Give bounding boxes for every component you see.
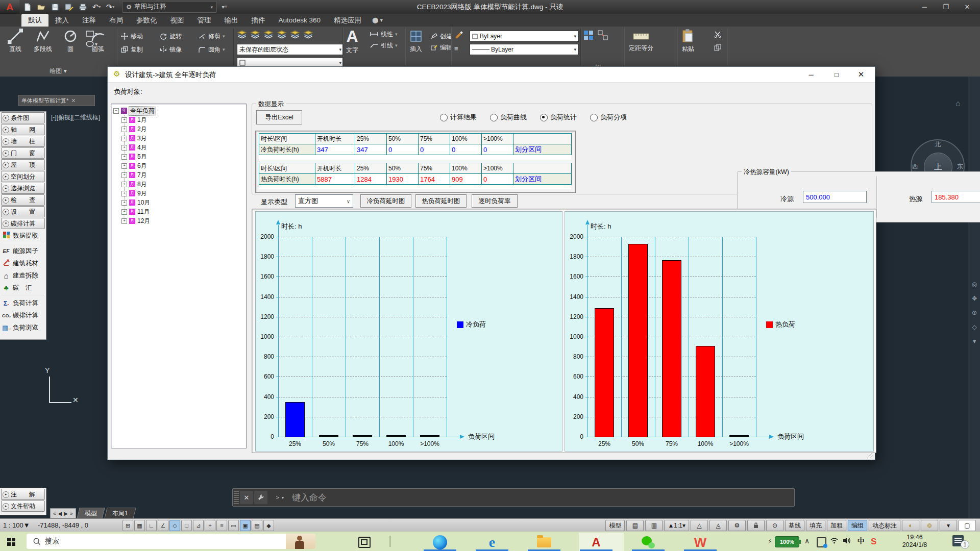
ribbon-tab-管理[interactable]: 管理 [191,14,218,27]
tablet-mode-icon[interactable] [817,537,826,547]
qat-customize-button[interactable]: ▾≡ [218,2,231,13]
sidebar-button-检查[interactable]: ▸检 查 [1,194,45,206]
ribbon-tab-插件[interactable]: 插件 [245,14,272,27]
navbar-tool-0[interactable]: ◎ [968,281,980,288]
ribbon-tab-精选应用[interactable]: 精选应用 [327,14,368,27]
expand-icon[interactable]: + [121,117,127,123]
export-excel-button[interactable]: 导出Excel [256,110,302,124]
tree-item-4月[interactable]: +月4月 [111,143,246,152]
speaker-icon[interactable] [842,537,851,546]
expand-icon[interactable]: + [121,136,127,141]
undo-button[interactable]: ↶▾ [90,2,103,13]
command-line[interactable]: ✕ ＞▾ 键入命令 [232,488,795,507]
folder-icon[interactable] [528,534,560,551]
ribbon-tab-插入[interactable]: 插入 [48,14,76,27]
layer-tool-icon[interactable] [303,30,313,42]
plot-button[interactable] [77,2,89,13]
linear-dimension-tool[interactable]: 线性▾ [370,29,398,40]
model-space-button[interactable]: 模型 [605,520,625,531]
tool-mirror[interactable]: 镜像 [159,43,198,56]
layer-tool-icon[interactable] [277,30,287,42]
status-button-动态标注[interactable]: 动态标注 [869,520,900,531]
status-button-填充[interactable]: 填充 [806,520,825,531]
button-逐时负荷率[interactable]: 逐时负荷率 [472,194,518,208]
ribbon-options-icon[interactable]: ⬤ ▾ [368,14,383,27]
ribbon-tab-注释[interactable]: 注释 [76,14,103,27]
command-input[interactable]: 键入命令 [292,492,327,504]
tree-item-3月[interactable]: +月3月 [111,134,246,143]
sidebar-item-sigma[interactable]: Σ▪负荷计算 [0,297,46,309]
sidebar-button-条件图[interactable]: ▸条件图 [1,112,45,123]
tree-item-2月[interactable]: +月2月 [111,124,246,134]
tool-copy[interactable]: 复制 [120,43,159,56]
divide-interval-link[interactable]: 划分区间 [513,144,572,155]
wifi-icon[interactable] [830,537,839,545]
rectangle-tool-icon[interactable]: ▾ [86,31,97,37]
expand-icon[interactable]: + [121,163,127,169]
expand-icon[interactable]: + [121,154,127,160]
sidebar-button-碳排计算[interactable]: ▾碳排计算 [1,218,45,229]
sidebar-item-house[interactable]: ⌂建造拆除 [0,269,46,282]
sogou-icon[interactable]: S [871,537,876,547]
status-toggle-5[interactable]: □ [181,520,192,531]
radio-负荷曲线[interactable]: 负荷曲线 [490,112,527,122]
layout-tab-nav[interactable]: «◀▶» [50,508,76,518]
viewport-controls[interactable]: [-][俯视][二维线框] [51,113,100,122]
tray-expand-icon[interactable]: ∧ [804,537,810,545]
radio-负荷统计[interactable]: 负荷统计 [540,112,577,122]
navbar-tool-3[interactable]: ◇ [968,323,980,331]
ribbon-tab-视图[interactable]: 视图 [164,14,191,27]
layout-split-icon[interactable]: ▥ [645,520,663,531]
command-prompt-icon[interactable]: ＞▾ [272,491,287,504]
layer-state-combo[interactable]: 未保存的图层状态▾ [237,44,344,55]
dialog-maximize-button[interactable]: □ [828,69,845,80]
group-tool-icon[interactable] [583,30,594,43]
sidebar-button-设置[interactable]: ▸设 置 [1,206,45,217]
tool-fillet[interactable]: 圆角▾ [198,43,235,56]
ribbon-tab-输出[interactable]: 输出 [218,14,245,27]
status-toggle-11[interactable]: ▤ [252,520,262,531]
status-button-基线[interactable]: 基线 [785,520,804,531]
status-toggle-6[interactable]: ⊿ [193,520,204,531]
sidebar-item-dataextract[interactable]: 数据提取 [0,230,46,242]
sidebar-item-ef[interactable]: EF能源因子 [0,245,46,257]
cut-tool-icon[interactable] [714,31,722,40]
dialog-close-button[interactable]: ✕ [852,69,870,80]
clean-screen-button[interactable]: ▢ [959,520,976,531]
tree-item-5月[interactable]: +月5月 [111,152,246,161]
tree-item-11月[interactable]: +月11月 [111,207,246,216]
status-toggle-12[interactable]: ◆ [263,520,274,531]
text-tool[interactable]: A 文字 [346,28,358,55]
input-method-indicator[interactable]: 中 [857,537,865,546]
tool-move[interactable]: 移动 [120,30,159,43]
expand-icon[interactable]: + [121,172,127,178]
status-toggle-7[interactable]: + [205,520,215,531]
status-toggle-9[interactable]: ▭ [228,520,239,531]
collapse-icon[interactable]: − [113,108,119,114]
tool-rotate[interactable]: 旋转 [159,30,198,43]
sidebar-item-co2[interactable]: CO₂碳排计算 [0,309,46,321]
save-button[interactable] [49,2,61,13]
tool-circle[interactable]: 圆 [57,29,84,54]
button-冷负荷延时图[interactable]: 冷负荷延时图 [360,194,411,208]
lamp-icon[interactable]: ⊚ [921,520,938,531]
tree-item-7月[interactable]: +月7月 [111,170,246,180]
command-customize-icon[interactable] [254,491,267,504]
expand-icon[interactable]: + [121,127,127,132]
viewcube-home-icon[interactable]: ⌂ [955,99,961,108]
ellipse-tool-icon[interactable]: ▾ [86,41,97,47]
settings-gear-icon[interactable]: ⚙ [728,520,746,531]
ribbon-tab-Autodesk 360[interactable]: Autodesk 360 [272,14,328,27]
block-create-tool[interactable]: 创建 [431,31,452,42]
status-toggle-8[interactable]: ≡ [216,520,227,531]
heat-source-input[interactable]: 185.380 [932,191,980,203]
expand-icon[interactable]: + [121,182,127,187]
layout-icon[interactable]: ▤ [626,520,644,531]
ribbon-tab-布局[interactable]: 布局 [103,14,130,27]
file-tab-close-icon[interactable]: ✕ [71,97,76,104]
display-type-dropdown[interactable]: 直方图∨ [295,194,353,208]
ribbon-tab-默认[interactable]: 默认 [21,14,48,27]
search-box[interactable]: 搜索 [27,534,315,549]
status-toggle-4[interactable]: ◇ [169,520,180,531]
annotation-visibility-icon[interactable]: △ [691,520,708,531]
